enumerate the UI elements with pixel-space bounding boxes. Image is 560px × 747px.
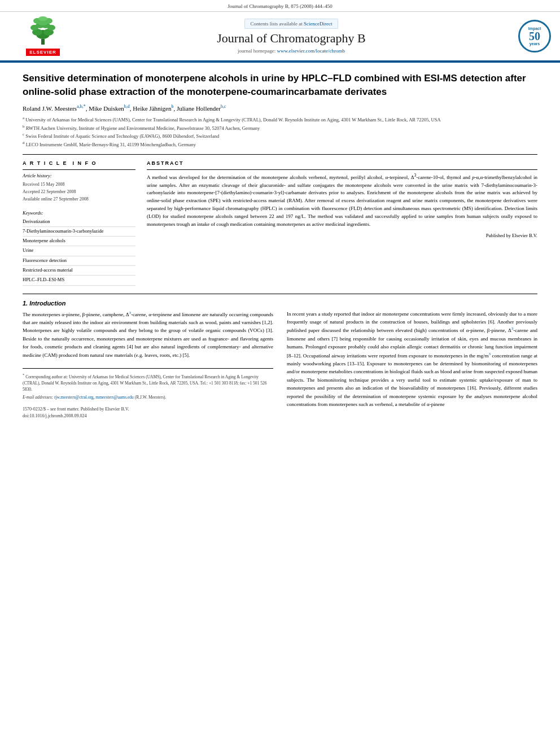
received-date: Received 15 May 2008 [23, 181, 135, 189]
abstract-divider-top [147, 169, 537, 170]
journal-center-info: Contents lists available at ScienceDirec… [77, 19, 506, 54]
right-para-1: In recent years a study reported that in… [287, 310, 537, 409]
article-divider-2 [23, 294, 537, 294]
body-content: 1. Introduction The monoterpenes α-pinen… [23, 300, 537, 420]
sciencedirect-bar: Contents lists available at ScienceDirec… [244, 19, 339, 29]
article-history: Article history: Received 15 May 2008 Ac… [23, 172, 135, 203]
right-badge-area: Impact 50 years [506, 20, 551, 53]
footnote-email: E-mail addresses: rjw.meesters@ctral.org… [23, 394, 273, 400]
main-content: Sensitive determination of monoterpene a… [0, 63, 560, 429]
keyword-5: Fluorescence detection [23, 256, 135, 266]
introduction-section: 1. Introduction The monoterpenes α-pinen… [23, 300, 273, 359]
article-info-header: A R T I C L E I N F O [23, 160, 135, 166]
elsevier-tree-icon [26, 16, 60, 47]
accepted-date: Accepted 22 September 2008 [23, 189, 135, 196]
footnote-star: * Corresponding author at: University of… [23, 372, 273, 392]
homepage-label: journal homepage: [238, 48, 275, 54]
article-title: Sensitive determination of monoterpene a… [23, 72, 537, 99]
intro-para-1: The monoterpenes α-pinene, β-pinene, cam… [23, 310, 273, 359]
abstract-column: ABSTRACT A method was developed for the … [147, 160, 537, 286]
affiliation-b: b RWTH Aachen University, Institute of H… [23, 124, 537, 132]
journal-title: Journal of Chromatography B [217, 31, 365, 46]
email-1[interactable]: rjw.meesters@ctral.org [54, 395, 94, 400]
article-divider-1 [23, 154, 537, 155]
body-right-column: In recent years a study reported that in… [287, 300, 537, 420]
right-body-text: In recent years a study reported that in… [287, 310, 537, 409]
badge-number: 50 [529, 30, 540, 42]
sciencedirect-link[interactable]: ScienceDirect [304, 21, 332, 27]
article-info-column: A R T I C L E I N F O Article history: R… [23, 160, 135, 286]
keyword-2: 7-Diethylaminocoumarin-3-carbonylazide [23, 227, 135, 237]
authors-line: Roland J.W. Meestersa,b,*, Mike Duiskenb… [23, 104, 537, 112]
abstract-header: ABSTRACT [147, 160, 537, 166]
keyword-4: Urine [23, 246, 135, 256]
svg-point-11 [38, 16, 47, 21]
keywords-block: Keywords: Derivatization 7-Diethylaminoc… [23, 210, 135, 286]
author-names: Roland J.W. Meestersa,b,*, Mike Duiskenb… [23, 105, 226, 112]
svg-rect-0 [41, 39, 45, 45]
info-abstract-section: A R T I C L E I N F O Article history: R… [23, 160, 537, 286]
abstract-paragraph: A method was developed for the determina… [147, 172, 537, 229]
homepage-bar: journal homepage: www.elsevier.com/locat… [238, 48, 345, 54]
keyword-1: Derivatization [23, 217, 135, 227]
affiliation-a: a University of Arkansas for Medical Sci… [23, 115, 537, 124]
impact-badge: Impact 50 years [518, 20, 551, 53]
citation-text: Journal of Chromatography B, 875 (2008) … [228, 3, 333, 9]
homepage-url[interactable]: www.elsevier.com/locate/chromb [277, 48, 345, 54]
published-by: Published by Elsevier B.V. [147, 232, 537, 239]
email-2[interactable]: mmeesters@uams.edu [95, 395, 134, 400]
elsevier-text-label: ELSEVIER [26, 49, 60, 56]
body-left-column: 1. Introduction The monoterpenes α-pinen… [23, 300, 273, 420]
elsevier-logo-area: ELSEVIER [9, 16, 77, 56]
affiliation-c: c Swiss Federal Institute of Aquatic Sci… [23, 132, 537, 140]
top-citation-bar: Journal of Chromatography B, 875 (2008) … [0, 0, 560, 12]
doi-line: doi:10.1016/j.jchromb.2008.09.024 [23, 413, 273, 420]
sciencedirect-label: Contents lists available at [251, 21, 303, 27]
info-divider-top [23, 169, 135, 170]
bottom-pub-info: 1570-0232/$ – see front matter. Publishe… [23, 406, 273, 420]
introduction-text: The monoterpenes α-pinene, β-pinene, cam… [23, 310, 273, 359]
keyword-6: Restricted-access material [23, 266, 135, 276]
affiliations-block: a University of Arkansas for Medical Sci… [23, 115, 537, 148]
badge-bottom: years [530, 42, 540, 46]
issn-line: 1570-0232/$ – see front matter. Publishe… [23, 406, 273, 413]
elsevier-logo: ELSEVIER [9, 16, 77, 56]
journal-header: ELSEVIER Contents lists available at Sci… [0, 12, 560, 62]
introduction-title: 1. Introduction [23, 300, 273, 307]
history-label: Article history: [23, 172, 135, 180]
keyword-7: HPLC–FLD–ESI-MS [23, 276, 135, 285]
available-date: Available online 27 September 2008 [23, 196, 135, 203]
keywords-label: Keywords: [23, 210, 135, 216]
affiliation-d: d LECO Instrumente GmbH, Marie-Bernays-R… [23, 140, 537, 148]
abstract-text: A method was developed for the determina… [147, 172, 537, 240]
footnote-area: * Corresponding author at: University of… [23, 368, 273, 420]
keyword-3: Monoterpene alcohols [23, 237, 135, 246]
